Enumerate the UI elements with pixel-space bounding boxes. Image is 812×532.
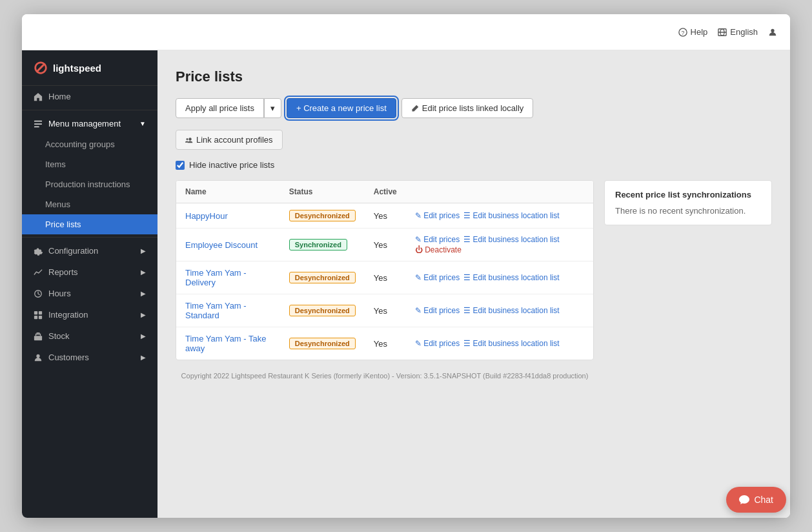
active-cell: Yes (365, 327, 406, 360)
edit-prices-icon: ✎ (415, 211, 423, 220)
table-row: Time Yam Yam - DeliveryDesynchronizedYes… (176, 261, 593, 294)
active-cell: Yes (365, 261, 406, 294)
svg-text:?: ? (681, 29, 684, 36)
edit-prices-icon: ✎ (415, 306, 423, 315)
edit-prices-icon: ✎ (415, 235, 423, 244)
table-row: Time Yam Yam - StandardDesynchronizedYes… (176, 294, 593, 327)
logo-text: lightspeed (53, 63, 101, 74)
link-account-profiles-button[interactable]: Link account profiles (176, 130, 283, 150)
edit-location-icon: ☰ (463, 339, 472, 348)
price-list-name-link[interactable]: Time Yam Yam - Take away (185, 334, 266, 353)
svg-point-15 (36, 354, 39, 357)
price-list-name-link[interactable]: HappyHour (185, 211, 228, 221)
help-button[interactable]: ? Help (678, 27, 708, 37)
action-edit-prices[interactable]: ✎ Edit prices (415, 273, 460, 282)
action-edit-business-location-list[interactable]: ☰ Edit business location list (463, 235, 559, 244)
edit-location-icon: ☰ (463, 273, 472, 282)
chat-button[interactable]: Chat (726, 487, 786, 513)
action-edit-business-location-list[interactable]: ☰ Edit business location list (463, 211, 559, 220)
sidebar-item-integration[interactable]: Integration ▶ (22, 304, 157, 325)
svg-rect-7 (34, 123, 42, 125)
create-price-list-button[interactable]: + Create a new price list (287, 98, 396, 118)
sidebar-item-menus[interactable]: Menus (22, 194, 157, 214)
edit-location-icon: ☰ (463, 306, 472, 315)
apply-price-lists-dropdown[interactable]: ▾ (264, 98, 281, 118)
edit-location-icon: ☰ (463, 235, 472, 244)
active-cell: Yes (365, 229, 406, 261)
edit-location-icon: ☰ (463, 211, 472, 220)
sidebar-item-items[interactable]: Items (22, 154, 157, 174)
sidebar-item-accounting-groups[interactable]: Accounting groups (22, 134, 157, 154)
col-name: Name (176, 181, 280, 203)
sidebar-item-reports[interactable]: Reports ▶ (22, 261, 157, 283)
action-edit-business-location-list[interactable]: ☰ Edit business location list (463, 273, 559, 282)
status-badge: Synchronized (289, 239, 347, 251)
sidebar-item-home[interactable]: Home (22, 86, 157, 107)
sidebar-nav: Home Menu management ▼ Accounting groups… (22, 86, 157, 368)
col-actions (406, 181, 593, 203)
action-deactivate[interactable]: ⏻ Deactivate (415, 245, 462, 254)
sidebar-item-price-lists[interactable]: Price lists (22, 214, 157, 234)
sidebar-item-production-instructions[interactable]: Production instructions (22, 174, 157, 194)
hide-inactive-row: Hide inactive price lists (176, 160, 772, 170)
price-list-name-link[interactable]: Time Yam Yam - Standard (185, 301, 247, 320)
price-lists-table: Name Status Active HappyHourDesynchroniz… (176, 180, 594, 360)
action-edit-prices[interactable]: ✎ Edit prices (415, 339, 460, 348)
action-edit-prices[interactable]: ✎ Edit prices (415, 235, 460, 244)
topbar: ? Help English (22, 14, 790, 50)
svg-rect-14 (34, 336, 42, 340)
footer: Copyright 2022 Lightspeed Restaurant K S… (176, 367, 594, 380)
toolbar: Apply all price lists ▾ + Create a new p… (176, 98, 772, 118)
user-profile-button[interactable] (768, 28, 777, 37)
table-row: Employee DiscountSynchronizedYes✎ Edit p… (176, 229, 593, 261)
sidebar-item-configuration[interactable]: Configuration ▶ (22, 240, 157, 261)
apply-price-lists-button[interactable]: Apply all price lists (176, 98, 264, 118)
price-list-name-link[interactable]: Employee Discount (185, 240, 258, 250)
sync-panel-title: Recent price list synchronizations (615, 190, 761, 200)
table-row: Time Yam Yam - Take awayDesynchronizedYe… (176, 327, 593, 360)
status-badge: Desynchronized (289, 338, 356, 349)
hide-inactive-label: Hide inactive price lists (189, 160, 274, 170)
svg-point-5 (771, 28, 774, 32)
edit-prices-icon: ✎ (415, 273, 423, 282)
deactivate-icon: ⏻ (415, 245, 425, 254)
sync-panel: Recent price list synchronizations There… (604, 180, 772, 225)
table-row: HappyHourDesynchronizedYes✎ Edit prices☰… (176, 203, 593, 229)
action-edit-business-location-list[interactable]: ☰ Edit business location list (463, 306, 559, 315)
svg-rect-11 (39, 311, 42, 314)
svg-rect-10 (34, 311, 37, 314)
sidebar: lightspeed Home Menu management ▼ Accoun… (22, 50, 157, 518)
action-edit-business-location-list[interactable]: ☰ Edit business location list (463, 339, 559, 348)
price-lists-section: Name Status Active HappyHourDesynchroniz… (176, 180, 594, 380)
svg-rect-6 (34, 120, 42, 121)
sidebar-item-stock[interactable]: Stock ▶ (22, 325, 157, 347)
action-edit-prices[interactable]: ✎ Edit prices (415, 211, 460, 220)
status-badge: Desynchronized (289, 272, 356, 283)
main-content: Price lists Apply all price lists ▾ + Cr… (157, 50, 790, 518)
edit-prices-icon: ✎ (415, 339, 423, 348)
svg-rect-8 (34, 126, 39, 127)
sidebar-item-customers[interactable]: Customers ▶ (22, 347, 157, 368)
col-active: Active (365, 181, 406, 203)
svg-rect-12 (34, 315, 37, 318)
page-title: Price lists (176, 68, 772, 85)
sync-panel-empty: There is no recent synchronization. (615, 206, 761, 216)
price-list-name-link[interactable]: Time Yam Yam - Delivery (185, 268, 247, 287)
edit-linked-button[interactable]: Edit price lists linked locally (401, 98, 534, 118)
language-selector[interactable]: English (718, 27, 758, 37)
logo: lightspeed (22, 50, 157, 86)
active-cell: Yes (365, 294, 406, 327)
main-area: Name Status Active HappyHourDesynchroniz… (176, 180, 772, 380)
col-status: Status (280, 181, 365, 203)
status-badge: Desynchronized (289, 305, 356, 316)
active-cell: Yes (365, 203, 406, 229)
status-badge: Desynchronized (289, 210, 356, 221)
sidebar-item-hours[interactable]: Hours ▶ (22, 283, 157, 304)
hide-inactive-checkbox[interactable] (176, 161, 185, 170)
svg-rect-13 (39, 315, 42, 318)
action-edit-prices[interactable]: ✎ Edit prices (415, 306, 460, 315)
sidebar-item-menu-management[interactable]: Menu management ▼ (22, 113, 157, 134)
